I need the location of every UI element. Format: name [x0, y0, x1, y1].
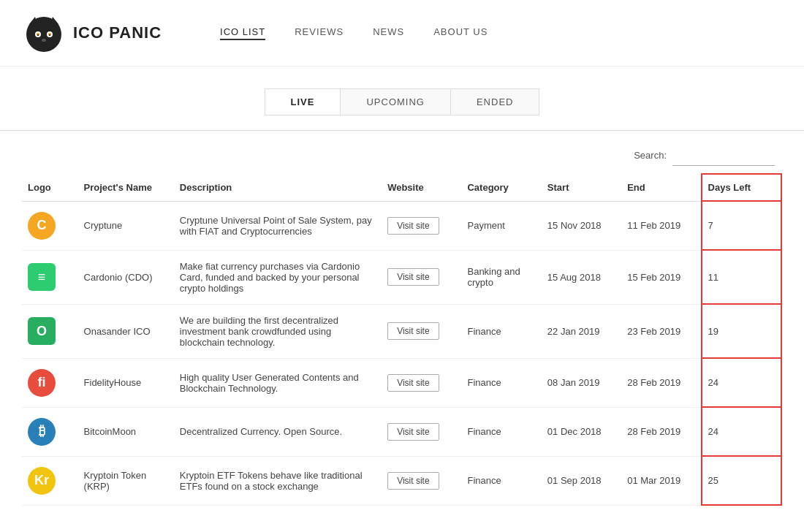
cell-end-date: 23 Feb 2019: [621, 304, 701, 358]
cell-end-date: 15 Feb 2019: [621, 250, 701, 304]
main-nav: ICO LIST REVIEWS NEWS ABOUT US: [220, 26, 488, 40]
table-header-row: Logo Project's Name Description Website …: [22, 174, 781, 201]
search-area: Search:: [0, 145, 804, 173]
cell-days-left: 25: [702, 456, 781, 505]
table-wrapper: Logo Project's Name Description Website …: [0, 173, 804, 506]
nav-news[interactable]: NEWS: [373, 26, 404, 40]
project-logo-icon: O: [28, 317, 56, 345]
cell-start-date: 01 Sep 2018: [542, 456, 621, 505]
cell-description: Make fiat currency purchases via Cardoni…: [174, 250, 382, 304]
cell-website: Visit site: [382, 407, 461, 456]
cell-project-name: Cardonio (CDO): [78, 250, 174, 304]
logo-text: ICO PANIC: [73, 23, 162, 42]
cell-end-date: 28 Feb 2019: [621, 407, 701, 456]
ico-table: Logo Project's Name Description Website …: [22, 173, 782, 506]
cell-category: Finance: [461, 358, 541, 407]
cell-logo: ₿: [22, 407, 78, 456]
cell-website: Visit site: [382, 456, 461, 505]
table-row: ≡Cardonio (CDO)Make fiat currency purcha…: [22, 250, 781, 304]
cell-category: Finance: [461, 407, 541, 456]
col-header-website: Website: [382, 174, 461, 201]
cell-logo: ≡: [22, 250, 78, 304]
cell-project-name: BitcoinMoon: [78, 407, 174, 456]
divider: [0, 130, 804, 131]
cell-project-name: FidelityHouse: [78, 358, 174, 407]
cell-logo: Kr: [22, 456, 78, 505]
cell-project-name: Onasander ICO: [78, 304, 174, 358]
tab-upcoming[interactable]: UPCOMING: [341, 89, 451, 115]
cell-project-name: Kryptoin Token (KRP): [78, 456, 174, 505]
project-logo-icon: fi: [28, 369, 56, 397]
logo-icon: [22, 11, 66, 55]
tab-live[interactable]: LIVE: [265, 89, 341, 115]
cell-category: Payment: [461, 201, 541, 250]
visit-site-button[interactable]: Visit site: [387, 374, 439, 392]
cell-start-date: 01 Dec 2018: [542, 407, 621, 456]
svg-point-9: [42, 39, 46, 42]
table-row: KrKryptoin Token (KRP)Kryptoin ETF Token…: [22, 456, 781, 505]
col-header-end: End: [621, 174, 701, 201]
svg-point-8: [49, 34, 50, 36]
cell-days-left: 24: [702, 358, 781, 407]
project-logo-icon: ₿: [28, 418, 56, 446]
cell-website: Visit site: [382, 201, 461, 250]
svg-point-7: [37, 34, 39, 36]
cell-start-date: 08 Jan 2019: [542, 358, 621, 407]
cell-category: Finance: [461, 456, 541, 505]
table-row: ₿BitcoinMoonDecentralized Currency. Open…: [22, 407, 781, 456]
project-logo-icon: C: [28, 212, 56, 240]
cell-days-left: 11: [702, 250, 781, 304]
table-row: OOnasander ICOWe are building the first …: [22, 304, 781, 358]
cell-website: Visit site: [382, 358, 461, 407]
col-header-cat: Category: [461, 174, 541, 201]
cell-start-date: 22 Jan 2019: [542, 304, 621, 358]
visit-site-button[interactable]: Visit site: [387, 423, 439, 441]
cell-start-date: 15 Nov 2018: [542, 201, 621, 250]
cell-start-date: 15 Aug 2018: [542, 250, 621, 304]
project-logo-icon: Kr: [28, 467, 56, 495]
col-header-logo: Logo: [22, 174, 78, 201]
cell-category: Banking and crypto: [461, 250, 541, 304]
header: ICO PANIC ICO LIST REVIEWS NEWS ABOUT US: [0, 0, 804, 66]
visit-site-button[interactable]: Visit site: [387, 268, 439, 286]
cell-description: Decentralized Currency. Open Source.: [174, 407, 382, 456]
col-header-name: Project's Name: [78, 174, 174, 201]
col-header-desc: Description: [174, 174, 382, 201]
visit-site-button[interactable]: Visit site: [387, 322, 439, 340]
cell-days-left: 24: [702, 407, 781, 456]
col-header-days: Days Left: [702, 174, 781, 201]
cell-end-date: 28 Feb 2019: [621, 358, 701, 407]
visit-site-button[interactable]: Visit site: [387, 217, 439, 235]
cell-website: Visit site: [382, 250, 461, 304]
cell-days-left: 19: [702, 304, 781, 358]
cell-description: High quality User Generated Contents and…: [174, 358, 382, 407]
cell-category: Finance: [461, 304, 541, 358]
cell-end-date: 11 Feb 2019: [621, 201, 701, 250]
tab-ended[interactable]: ENDED: [451, 89, 539, 115]
cell-end-date: 01 Mar 2019: [621, 456, 701, 505]
project-logo-icon: ≡: [28, 263, 56, 291]
tabs-container: LIVE UPCOMING ENDED: [265, 88, 540, 115]
logo-area: ICO PANIC: [22, 11, 162, 55]
tabs-section: LIVE UPCOMING ENDED: [0, 66, 804, 130]
cell-logo: C: [22, 201, 78, 250]
table-row: CCryptuneCryptune Universal Point of Sal…: [22, 201, 781, 250]
cell-description: Cryptune Universal Point of Sale System,…: [174, 201, 382, 250]
cell-days-left: 7: [702, 201, 781, 250]
search-input[interactable]: [672, 145, 775, 166]
cell-project-name: Cryptune: [78, 201, 174, 250]
search-label: Search:: [634, 145, 667, 166]
cell-description: Kryptoin ETF Tokens behave like traditio…: [174, 456, 382, 505]
nav-about-us[interactable]: ABOUT US: [433, 26, 488, 40]
cell-description: We are building the first decentralized …: [174, 304, 382, 358]
nav-ico-list[interactable]: ICO LIST: [220, 26, 265, 40]
cell-logo: fi: [22, 358, 78, 407]
visit-site-button[interactable]: Visit site: [387, 472, 439, 490]
cell-logo: O: [22, 304, 78, 358]
table-row: fiFidelityHouseHigh quality User Generat…: [22, 358, 781, 407]
cell-website: Visit site: [382, 304, 461, 358]
nav-reviews[interactable]: REVIEWS: [295, 26, 344, 40]
col-header-start: Start: [542, 174, 621, 201]
